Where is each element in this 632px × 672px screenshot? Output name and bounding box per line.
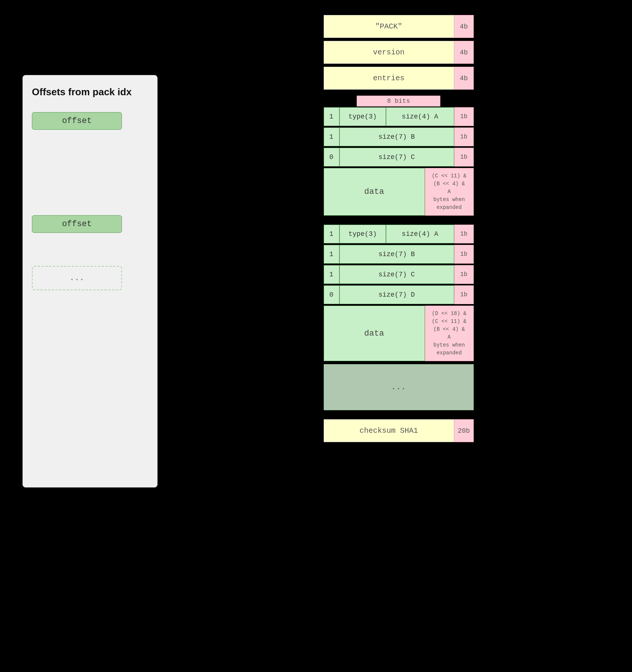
obj2-data-block: data (D << 18) &(C << 11) &(B << 4) &Aby… xyxy=(324,306,474,361)
left-panel: Offsets from pack idx offset offset ... xyxy=(23,75,158,488)
obj2-size-a: size(4) A xyxy=(386,225,454,243)
version-size: 4b xyxy=(454,41,474,64)
obj1-type: type(3) xyxy=(339,107,386,126)
right-panel: "PACK" 4b version 4b entries 4b 8 bits 1… xyxy=(158,15,609,445)
obj2-size-b: size(7) B xyxy=(339,245,454,264)
obj2-1b-3: 1b xyxy=(454,265,474,284)
obj1-1b-2: 1b xyxy=(454,128,474,146)
obj2-byte-row-4: 0 size(7) D 1b xyxy=(324,285,474,304)
obj1-byte-row-2: 1 size(7) B 1b xyxy=(324,128,474,146)
bits-label-row-1: 8 bits xyxy=(324,96,474,106)
offset1-row: offset xyxy=(32,112,148,133)
obj2-byte-row-3: 1 size(7) C 1b xyxy=(324,265,474,284)
dots-block-main: ... xyxy=(324,364,474,410)
pack-label: "PACK" xyxy=(324,15,454,38)
obj1-size-c: size(7) C xyxy=(339,148,454,166)
entries-label: entries xyxy=(324,67,454,90)
dots-block-row: ... xyxy=(324,364,474,410)
checksum-size: 20b xyxy=(454,419,474,442)
obj2-byte-row-2: 1 size(7) B 1b xyxy=(324,245,474,264)
diagram-container: Offsets from pack idx offset offset ... … xyxy=(23,15,609,488)
obj1-byte-row-1: 1 type(3) size(4) A 1b xyxy=(324,107,474,126)
version-label: version xyxy=(324,41,454,64)
obj2-msb-1: 1 xyxy=(324,225,339,243)
entries-size: 4b xyxy=(454,67,474,90)
obj1-1b-3: 1b xyxy=(454,148,474,166)
obj1-1b-1: 1b xyxy=(454,107,474,126)
obj2-type: type(3) xyxy=(339,225,386,243)
dots-row-left: ... xyxy=(32,251,148,290)
obj1-size-b: size(7) B xyxy=(339,128,454,146)
pack-size: 4b xyxy=(454,15,474,38)
obj2-1b-2: 1b xyxy=(454,245,474,264)
dots-box: ... xyxy=(32,266,122,290)
bits-label-1: 8 bits xyxy=(357,96,440,106)
obj1-size-a: size(4) A xyxy=(386,107,454,126)
obj2-msb-2: 1 xyxy=(324,245,339,264)
obj2-1b-4: 1b xyxy=(454,285,474,304)
obj1-data-block: data (C << 11) &(B << 4) &Abytes whenexp… xyxy=(324,168,474,216)
obj2-msb-3: 1 xyxy=(324,265,339,284)
left-panel-title: Offsets from pack idx xyxy=(32,86,132,99)
offset1-box: offset xyxy=(32,112,122,130)
obj1-data-annotation: (C << 11) &(B << 4) &Abytes whenexpanded xyxy=(425,168,474,216)
obj2-size-d: size(7) D xyxy=(339,285,454,304)
version-row: version 4b xyxy=(324,41,474,64)
obj2-data-label: data xyxy=(324,306,425,361)
obj1-byte-row-3: 0 size(7) C 1b xyxy=(324,148,474,166)
pack-row: "PACK" 4b xyxy=(324,15,474,38)
obj2-data-annotation: (D << 18) &(C << 11) &(B << 4) &Abytes w… xyxy=(425,306,474,361)
obj1-msb-1: 1 xyxy=(324,107,339,126)
obj1-msb-2: 1 xyxy=(324,128,339,146)
obj2-size-c: size(7) C xyxy=(339,265,454,284)
offset2-box: offset xyxy=(32,215,122,233)
checksum-label: checksum SHA1 xyxy=(324,419,454,442)
entries-row: entries 4b xyxy=(324,67,474,90)
obj1-msb-3: 0 xyxy=(324,148,339,166)
checksum-row: checksum SHA1 20b xyxy=(324,419,474,442)
obj2-msb-4: 0 xyxy=(324,285,339,304)
obj2-1b-1: 1b xyxy=(454,225,474,243)
obj1-data-label: data xyxy=(324,168,425,216)
offset2-row: offset xyxy=(32,215,148,236)
obj2-byte-row-1: 1 type(3) size(4) A 1b xyxy=(324,225,474,243)
